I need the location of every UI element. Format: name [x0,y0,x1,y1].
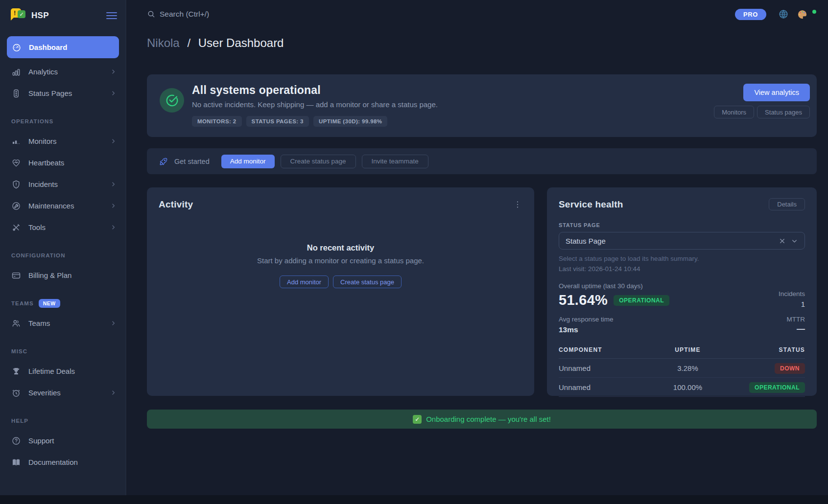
sidebar-section-misc: MISC [0,343,126,360]
sidebar-item-lifetime-deals[interactable]: Lifetime Deals [0,361,126,382]
search-input[interactable] [160,10,316,19]
hamburger-menu-icon[interactable] [106,12,117,19]
new-badge: NEW [39,299,60,308]
activity-card: Activity No recent activity Start by add… [147,187,534,396]
chevron-right-icon [110,224,117,231]
empty-create-status-page-button[interactable]: Create status page [333,275,402,288]
sidebar: ! ✓ HSP Dashboard Analytics Status Pages [0,0,126,495]
details-button[interactable]: Details [769,198,805,210]
sidebar-item-monitors[interactable]: Monitors [0,131,126,152]
sidebar-item-incidents[interactable]: Incidents [0,174,126,195]
trophy-icon [11,367,21,376]
uptime-status-badge: OPERATIONAL [614,295,669,306]
globe-icon[interactable] [778,9,789,20]
rocket-icon [159,157,168,166]
pro-badge[interactable]: PRO [735,9,766,20]
sidebar-item-status-pages[interactable]: Status Pages [0,83,126,104]
onboarding-banner-text: Onboarding complete — you're all set! [426,415,551,423]
topbar: PRO [147,0,817,28]
sidebar-item-dashboard[interactable]: Dashboard [7,36,119,58]
wrench-circle-icon [11,201,21,211]
component-name: Unnamed [559,383,649,391]
help-circle-icon [11,436,21,446]
sidebar-item-analytics[interactable]: Analytics [0,61,126,82]
uptime-chip: UPTIME (30D): 99.98% [313,116,387,127]
sidebar-section-operations: OPERATIONS [0,113,126,130]
mttr-label: MTTR [787,316,805,323]
sidebar-item-tools[interactable]: Tools [0,217,126,238]
kebab-menu-icon[interactable] [513,200,522,209]
clear-x-icon[interactable] [779,237,786,245]
breadcrumb-separator: / [187,36,190,49]
app-root: ! ✓ HSP Dashboard Analytics Status Pages [0,0,828,504]
component-uptime: 3.28% [649,364,727,372]
monitors-button[interactable]: Monitors [714,106,754,118]
sidebar-item-teams[interactable]: Teams [0,313,126,334]
users-icon [11,319,21,328]
mttr-stat: MTTR — [787,316,805,334]
status-page-field-label: STATUS PAGE [559,222,805,228]
status-page-select[interactable]: Status Page [559,232,805,250]
sidebar-section-teams: TEAMS NEW [0,295,126,312]
uptime-stat: Overall uptime (last 30 days) 51.64% OPE… [559,282,669,308]
avg-response-stat: Avg response time 13ms [559,316,614,334]
breadcrumb-parent[interactable]: Nikola [147,36,180,49]
sidebar-item-billing-plan[interactable]: Billing & Plan [0,265,126,286]
breadcrumb: Nikola / User Dashboard [147,36,284,50]
sidebar-section-configuration: CONFIGURATION [0,247,126,264]
bar-chart-icon [11,67,21,77]
palette-icon[interactable] [797,9,808,20]
sidebar-nav: Dashboard Analytics Status Pages OPERATI… [0,31,126,473]
invite-teammate-button[interactable]: Invite teammate [362,155,428,168]
add-monitor-button[interactable]: Add monitor [221,155,275,168]
get-started-bar: Get started Add monitor Create status pa… [147,148,817,174]
sidebar-item-support[interactable]: Support [0,430,126,451]
status-header: STATUS [727,346,805,353]
table-row: Unnamed 3.28% DOWN [559,359,805,378]
sidebar-item-heartbeats[interactable]: Heartbeats [0,152,126,173]
status-page-select-value: Status Page [566,237,779,245]
chevron-right-icon [110,181,117,188]
chevron-down-icon[interactable] [791,237,798,245]
onboarding-banner: ✓ Onboarding complete — you're all set! [147,410,817,429]
brand-name: HSP [31,11,106,21]
uptime-value: 51.64% [559,292,608,308]
components-table-header: COMPONENT UPTIME STATUS [559,343,805,359]
system-status-title: All systems operational [192,84,438,97]
brand: ! ✓ HSP [0,0,126,31]
sidebar-item-documentation[interactable]: Documentation [0,452,126,473]
get-started-label: Get started [174,158,210,165]
status-badge: OPERATIONAL [749,382,805,393]
chevron-right-icon [110,202,117,209]
hero-actions: View analytics Monitors Status pages [714,84,810,137]
component-uptime: 100.00% [649,383,727,391]
mini-bars-icon [11,137,21,146]
view-analytics-button[interactable]: View analytics [743,84,810,101]
service-health-title: Service health [559,199,623,210]
book-icon [11,458,21,467]
activity-title: Activity [159,199,193,210]
mttr-value: — [787,324,805,334]
page-title: User Dashboard [198,36,284,49]
sidebar-item-maintenances[interactable]: Maintenances [0,195,126,216]
status-pages-button[interactable]: Status pages [757,106,810,118]
system-status-text: All systems operational No active incide… [192,84,438,137]
create-status-page-button[interactable]: Create status page [281,155,356,168]
incidents-stat: Incidents 1 [779,290,805,308]
gauge-icon [12,43,22,52]
status-chips: MONITORS: 2 STATUS PAGES: 3 UPTIME (30D)… [192,116,438,127]
empty-add-monitor-button[interactable]: Add monitor [280,275,329,288]
tools-icon [11,223,21,232]
incidents-label: Incidents [779,290,805,298]
incidents-value: 1 [779,300,805,308]
topbar-actions: PRO [735,9,817,20]
select-hint: Select a status page to load its health … [559,255,805,262]
sidebar-section-help: HELP [0,412,126,430]
chevron-right-icon [110,389,117,396]
components-table: COMPONENT UPTIME STATUS Unnamed 3.28% DO… [559,343,805,397]
status-pages-count-chip: STATUS PAGES: 3 [246,116,309,127]
empty-state-title: No recent activity [159,243,522,252]
last-visit: Last visit: 2026-01-24 10:44 [559,265,805,273]
service-health-card: Service health Details STATUS PAGE Statu… [547,187,817,396]
sidebar-item-severities[interactable]: Severities [0,382,126,403]
